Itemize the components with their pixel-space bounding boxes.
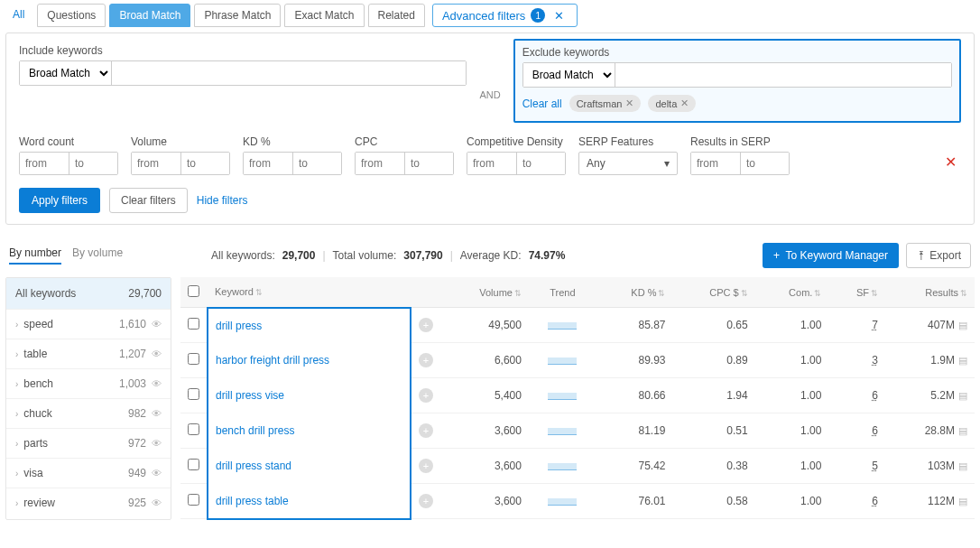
- col-results[interactable]: Results: [925, 287, 958, 298]
- view-by-number[interactable]: By number: [9, 246, 61, 265]
- col-cpc[interactable]: CPC $: [709, 287, 738, 298]
- sidebar-item[interactable]: ›table1,207👁: [6, 339, 171, 368]
- compdensity-to[interactable]: [516, 153, 565, 174]
- include-mode-select[interactable]: Broad Match: [20, 61, 112, 85]
- tab-phrase[interactable]: Phrase Match: [194, 4, 281, 27]
- sidebar-item-count: 1,207: [119, 348, 146, 360]
- eye-icon[interactable]: 👁: [152, 378, 162, 389]
- to-keyword-manager-button[interactable]: + To Keyword Manager: [763, 243, 899, 268]
- cell-sf[interactable]: 6: [872, 424, 878, 437]
- tab-related[interactable]: Related: [368, 4, 425, 27]
- serp-icon[interactable]: ▤: [958, 496, 967, 506]
- row-checkbox[interactable]: [188, 353, 199, 365]
- sidebar-item[interactable]: ›visa949👁: [6, 458, 171, 488]
- sidebar-head[interactable]: All keywords 29,700: [6, 278, 171, 309]
- keyword-link[interactable]: harbor freight drill press: [216, 354, 329, 367]
- table-row: harbor freight drill press+6,60089.930.8…: [180, 343, 975, 378]
- volume-to[interactable]: [180, 153, 229, 174]
- chip-remove-icon[interactable]: ✕: [680, 98, 689, 109]
- add-icon[interactable]: +: [419, 459, 433, 473]
- exclude-mode-select[interactable]: Broad Match: [523, 63, 615, 87]
- add-icon[interactable]: +: [419, 318, 433, 332]
- keyword-link[interactable]: bench drill press: [216, 424, 294, 437]
- sidebar-item[interactable]: ›chuck982👁: [6, 398, 171, 428]
- serp-icon[interactable]: ▤: [958, 425, 967, 436]
- cell-sf[interactable]: 6: [872, 495, 878, 507]
- serp-icon[interactable]: ▤: [958, 390, 967, 401]
- cpc-to[interactable]: [404, 153, 453, 174]
- select-all-checkbox[interactable]: [188, 285, 199, 297]
- add-icon[interactable]: +: [419, 423, 433, 438]
- chip-craftsman[interactable]: Craftsman✕: [569, 95, 642, 112]
- chevron-right-icon: ›: [15, 498, 18, 508]
- cpc-from[interactable]: [356, 153, 404, 174]
- compdensity-from[interactable]: [467, 153, 516, 174]
- col-com[interactable]: Com.: [789, 287, 812, 298]
- add-icon[interactable]: +: [419, 494, 433, 508]
- add-icon[interactable]: +: [419, 388, 433, 403]
- serp-icon[interactable]: ▤: [958, 320, 967, 330]
- tab-all[interactable]: All: [4, 4, 33, 27]
- avgkd-value: 74.97%: [529, 249, 566, 262]
- clear-all-link[interactable]: Clear all: [522, 98, 562, 110]
- eye-icon[interactable]: 👁: [152, 408, 162, 419]
- col-keyword[interactable]: Keyword: [215, 286, 254, 297]
- wordcount-from[interactable]: [20, 153, 69, 174]
- row-checkbox[interactable]: [188, 423, 199, 435]
- col-kd[interactable]: KD %: [631, 287, 656, 298]
- hide-filters-link[interactable]: Hide filters: [197, 194, 248, 207]
- cell-sf[interactable]: 7: [872, 319, 878, 331]
- serp-icon[interactable]: ▤: [958, 460, 967, 471]
- sidebar-item[interactable]: ›speed1,610👁: [6, 309, 171, 339]
- sidebar-item[interactable]: ›bench1,003👁: [6, 368, 171, 398]
- row-checkbox[interactable]: [188, 388, 199, 400]
- eye-icon[interactable]: 👁: [152, 319, 162, 330]
- sidebar-item[interactable]: ›review925👁: [6, 488, 171, 517]
- advanced-filters-toggle[interactable]: Advanced filters 1 ✕: [432, 4, 578, 27]
- eye-icon[interactable]: 👁: [152, 497, 162, 508]
- tab-questions[interactable]: Questions: [37, 4, 106, 27]
- export-button[interactable]: ⭱ Export: [906, 243, 971, 268]
- col-volume[interactable]: Volume: [479, 287, 513, 298]
- col-sf[interactable]: SF: [856, 287, 869, 298]
- cell-sf[interactable]: 5: [872, 460, 878, 472]
- sidebar-item[interactable]: ›parts972👁: [6, 428, 171, 458]
- serpfeatures-select[interactable]: Any▾: [578, 152, 678, 175]
- exclude-input[interactable]: [615, 63, 951, 87]
- eye-icon[interactable]: 👁: [152, 468, 162, 478]
- sidebar-item-count: 982: [128, 407, 146, 420]
- row-checkbox[interactable]: [188, 459, 199, 470]
- clear-filters-button[interactable]: Clear filters: [109, 188, 188, 213]
- cell-cpc: 0.65: [672, 308, 754, 343]
- eye-icon[interactable]: 👁: [152, 348, 162, 359]
- keyword-link[interactable]: drill press stand: [216, 460, 291, 472]
- serp-icon[interactable]: ▤: [958, 355, 967, 366]
- chip-remove-icon[interactable]: ✕: [625, 98, 633, 109]
- row-checkbox[interactable]: [188, 318, 199, 330]
- close-icon[interactable]: ✕: [550, 9, 568, 23]
- tab-broad[interactable]: Broad Match: [109, 4, 190, 27]
- sort-icon: ⇅: [814, 289, 821, 298]
- resultsinserp-to[interactable]: [740, 153, 789, 174]
- eye-icon[interactable]: 👁: [152, 438, 162, 449]
- col-trend[interactable]: Trend: [550, 287, 575, 298]
- volume-from[interactable]: [132, 153, 180, 174]
- apply-filters-button[interactable]: Apply filters: [19, 188, 100, 213]
- keyword-link[interactable]: drill press table: [216, 495, 289, 507]
- row-checkbox[interactable]: [188, 494, 199, 506]
- keyword-link[interactable]: drill press vise: [216, 389, 284, 402]
- keyword-link[interactable]: drill press: [216, 320, 262, 332]
- tab-exact[interactable]: Exact Match: [284, 4, 364, 27]
- wordcount-to[interactable]: [69, 153, 117, 174]
- include-input[interactable]: [112, 61, 466, 85]
- add-icon[interactable]: +: [419, 353, 433, 367]
- remove-filter-row-icon[interactable]: ✕: [940, 149, 961, 175]
- kd-from[interactable]: [244, 153, 292, 174]
- cell-sf[interactable]: 6: [872, 389, 878, 402]
- chip-delta[interactable]: delta✕: [648, 95, 696, 112]
- view-by-volume[interactable]: By volume: [72, 246, 123, 265]
- kd-to[interactable]: [292, 153, 341, 174]
- resultsinserp-from[interactable]: [691, 153, 740, 174]
- cell-sf[interactable]: 3: [872, 354, 878, 367]
- cell-kd: 89.93: [596, 343, 673, 378]
